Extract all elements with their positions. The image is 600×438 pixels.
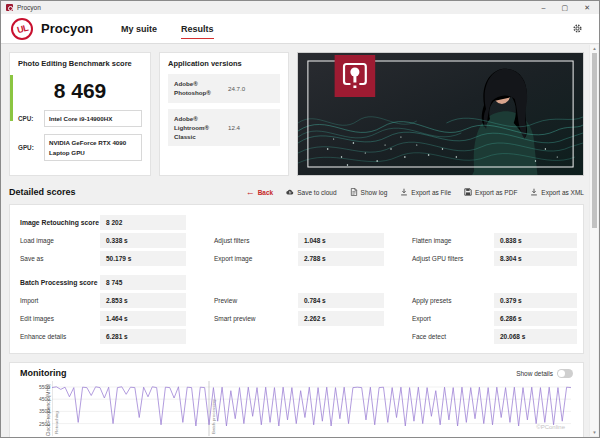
score-row: Enhance details6.281 sFace detect20.068 …	[20, 327, 573, 345]
gpu-label: GPU:	[18, 144, 44, 151]
metric-label: Face detect	[384, 333, 494, 340]
minimize-button[interactable]: –	[542, 4, 546, 11]
app-window: Procyon – ▢ ✕ UL Procyon My suite Result…	[0, 0, 600, 438]
metric-value: 8.304 s	[494, 251, 577, 266]
gear-icon[interactable]	[572, 20, 583, 38]
tab-results[interactable]: Results	[181, 14, 214, 43]
metric-value: 0.379 s	[494, 293, 577, 308]
content-area: Photo Editing Benchmark score 8 469 CPU:…	[1, 44, 599, 437]
metric-label: Enhance details	[20, 333, 100, 340]
detailed-scores-table: Image Retouching score8 202Load image0.3…	[9, 204, 584, 354]
metric-label: Flatten image	[384, 237, 494, 244]
metric-value: 0.784 s	[298, 293, 384, 308]
metric-value: 1.048 s	[298, 233, 384, 248]
metric-value: 6.281 s	[100, 329, 186, 344]
detailed-scores-header: Detailed scores ← Back Save to cloud Sho…	[9, 184, 584, 200]
show-log-button[interactable]: Show log	[350, 188, 388, 196]
scroll-up-arrow[interactable]: ▲	[590, 46, 599, 51]
score-row: Load image0.338 sAdjust filters1.048 sFl…	[20, 231, 573, 249]
benchmark-hero-image	[297, 52, 584, 176]
version-item-lightroom: Adobe® Lightroom® Classic 12.4	[168, 109, 280, 147]
metric-label: Apply presets	[384, 297, 494, 304]
hero-illustration	[298, 53, 583, 175]
export-as-xml-button[interactable]: Export as XML	[530, 188, 584, 196]
cloud-upload-icon	[286, 188, 294, 196]
vertical-scrollbar[interactable]: ▲ ▼	[589, 45, 598, 436]
cpu-value: Intel Core i9-14900HX	[44, 110, 142, 127]
back-arrow-icon: ←	[246, 188, 255, 197]
titlebar: Procyon – ▢ ✕	[1, 1, 599, 14]
export-as-file-button[interactable]: Export as File	[400, 188, 451, 196]
metric-label: Adjust GPU filters	[384, 255, 494, 262]
group-score: 8 202	[100, 215, 186, 230]
metric-label: Edit images	[20, 315, 100, 322]
score-row: Save as50.179 sExport image2.788 sAdjust…	[20, 249, 573, 267]
group-score: 8 745	[100, 275, 186, 290]
svg-text:Retouching: Retouching	[54, 411, 59, 434]
metric-label: Import	[20, 297, 100, 304]
monitoring-chart: Clock Frequency (MHz) 5500450035002500 R…	[52, 381, 571, 436]
cpu-label: CPU:	[18, 115, 44, 122]
app-name: Adobe® Photoshop®	[174, 79, 228, 98]
gpu-value: NVIDIA GeForce RTX 4090 Laptop GPU	[44, 134, 142, 161]
watermark: ©PConline	[536, 424, 565, 430]
app-version: 12.4	[228, 124, 240, 131]
group-name: Image Retouching score	[20, 219, 100, 226]
metric-label: Save as	[20, 255, 100, 262]
metric-label: Export	[384, 315, 494, 322]
versions-card: Application versions Adobe® Photoshop® 2…	[159, 52, 289, 176]
metric-label: Adjust filters	[186, 237, 298, 244]
score-card: Photo Editing Benchmark score 8 469 CPU:…	[9, 52, 151, 176]
procyon-photo-logo	[335, 55, 376, 97]
metric-label: Load image	[20, 237, 100, 244]
metric-label: Export image	[186, 255, 298, 262]
monitoring-title: Monitoring	[20, 368, 67, 378]
metric-value: 20.068 s	[494, 329, 577, 344]
maximize-button[interactable]: ▢	[562, 4, 569, 11]
detailed-scores-title: Detailed scores	[9, 187, 76, 197]
metric-value: 6.286 s	[494, 311, 577, 326]
tab-my-suite[interactable]: My suite	[121, 14, 157, 43]
download-icon	[530, 188, 538, 196]
score-accent-bar	[10, 75, 13, 121]
metric-label: Preview	[186, 297, 298, 304]
toggle-knob	[558, 370, 565, 377]
save-disk-icon	[464, 188, 472, 196]
benchmark-score: 8 469	[18, 79, 142, 103]
versions-card-title: Application versions	[168, 59, 280, 68]
metric-value: 2.788 s	[298, 251, 384, 266]
metric-value: 2.262 s	[298, 311, 384, 326]
window-title: Procyon	[17, 4, 41, 11]
version-item-photoshop: Adobe® Photoshop® 24.7.0	[168, 74, 280, 103]
download-icon	[400, 188, 408, 196]
save-to-cloud-button[interactable]: Save to cloud	[286, 188, 336, 196]
metric-value: 2.853 s	[100, 293, 186, 308]
ul-logo: UL	[11, 18, 33, 40]
app-header: UL Procyon My suite Results	[1, 14, 599, 44]
back-button[interactable]: ← Back	[246, 188, 274, 197]
app-name: Adobe® Lightroom® Classic	[174, 114, 228, 142]
show-details-label: Show details	[516, 370, 553, 377]
metric-value: 0.838 s	[494, 233, 577, 248]
score-group-header: Image Retouching score8 202	[20, 213, 573, 231]
score-card-title: Photo Editing Benchmark score	[18, 59, 142, 68]
close-button[interactable]: ✕	[584, 4, 590, 11]
group-name: Batch Processing score	[20, 279, 100, 286]
frequency-line-chart: RetouchingBatch processing	[52, 381, 571, 436]
show-details-toggle[interactable]	[557, 369, 573, 378]
results-toolbar: ← Back Save to cloud Show log Export as …	[246, 188, 584, 197]
main-nav: My suite Results	[121, 14, 214, 43]
export-as-pdf-button[interactable]: Export as PDF	[464, 188, 517, 196]
monitoring-card: Monitoring Show details Clock Frequency …	[9, 362, 584, 437]
score-row: Edit images1.464 sSmart preview2.262 sEx…	[20, 309, 573, 327]
score-group-header: Batch Processing score8 745	[20, 273, 573, 291]
log-file-icon	[350, 188, 358, 196]
scrollbar-thumb[interactable]	[592, 53, 598, 228]
metric-value: 1.464 s	[100, 311, 186, 326]
app-version: 24.7.0	[228, 85, 245, 92]
brand-title: Procyon	[41, 21, 93, 36]
scroll-down-arrow[interactable]: ▼	[590, 430, 599, 435]
metric-label: Smart preview	[186, 315, 298, 322]
metric-value: 50.179 s	[100, 251, 186, 266]
score-row: Import2.853 sPreview0.784 sApply presets…	[20, 291, 573, 309]
